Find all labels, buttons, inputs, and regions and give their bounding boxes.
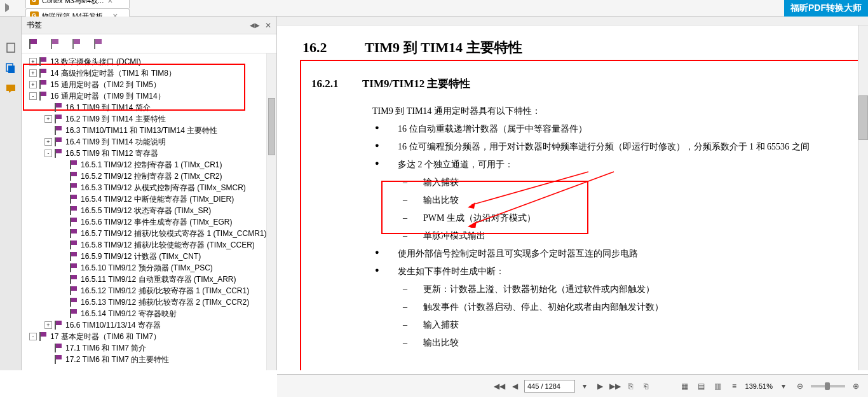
bookmark-label: 17.1 TIM6 和 TIM7 简介 — [65, 342, 146, 354]
comment-panel-icon[interactable] — [4, 81, 18, 95]
zoom-dropdown-icon[interactable]: ▾ — [778, 380, 789, 392]
tree-spacer — [60, 298, 67, 306]
brand-banner[interactable]: 福昕PDF转换大师 — [784, 0, 868, 17]
bookmark-scrollbar[interactable] — [266, 53, 276, 370]
bookmark-item[interactable]: 16.3 TIM10/TIM11 和 TIM13/TIM14 主要特性 — [23, 125, 275, 136]
bookmark-item[interactable]: 16.5.1 TIM9/12 控制寄存器 1 (TIMx_CR1) — [23, 159, 275, 171]
expand-icon[interactable]: + — [29, 69, 37, 77]
pdf-file-icon — [30, 0, 39, 5]
page-scrollbar-thumb[interactable] — [858, 95, 868, 140]
zoom-slider[interactable] — [811, 385, 845, 387]
bookmark-item[interactable]: 16.5.8 TIM9/12 捕获/比较使能寄存器 (TIMx_CCER) — [23, 239, 275, 251]
first-page-icon[interactable]: ◀◀ — [494, 380, 505, 392]
bookmark-panel: 书签 ◀▶ ✕ +13 数字摄像头接口 (DCMI)+14 高级控制定时器（TI… — [22, 17, 277, 370]
bookmark-flag-icon — [55, 103, 62, 112]
zoom-out-icon[interactable]: ⊖ — [794, 380, 806, 392]
bookmark-label: 16 通用定时器（TIM9 到 TIM14） — [50, 90, 165, 102]
bookmark-tree[interactable]: +13 数字摄像头接口 (DCMI)+14 高级控制定时器（TIM1 和 TIM… — [22, 53, 276, 370]
collapse-icon[interactable]: - — [44, 150, 52, 157]
bookmark-label: 16.5 TIM9 和 TIM12 寄存器 — [65, 148, 158, 159]
expand-icon[interactable]: + — [29, 81, 37, 88]
zoom-in-icon[interactable]: ⊕ — [850, 380, 862, 392]
page-number-input[interactable] — [524, 380, 575, 393]
nav-tool-icon-2[interactable]: ⎗ — [640, 380, 651, 392]
bookmark-flag-icon — [39, 80, 47, 89]
dash-item: 输入捕获 — [398, 316, 843, 334]
bookmark-tool-icon-3[interactable] — [94, 39, 103, 49]
bookmark-item[interactable]: +16.4 TIM9 到 TIM14 功能说明 — [23, 136, 275, 148]
bookmark-label: 16.1 TIM9 到 TIM14 简介 — [65, 102, 151, 113]
expand-icon[interactable]: + — [44, 138, 52, 146]
bookmark-item[interactable]: -17 基本定时器（TIM6 和 TIM7） — [23, 331, 275, 342]
next-page-icon[interactable]: ▶ — [594, 380, 606, 392]
bookmark-flag-icon — [70, 172, 78, 181]
page-dropdown-icon[interactable]: ▾ — [579, 380, 590, 392]
bookmark-item[interactable]: -16 通用定时器（TIM9 到 TIM14） — [23, 90, 275, 102]
bookmark-tool-icon[interactable] — [51, 39, 60, 49]
bookmark-flag-icon — [70, 206, 78, 215]
view-mode-icon-4[interactable]: ≡ — [729, 380, 740, 392]
bookmark-item[interactable]: 17.1 TIM6 和 TIM7 简介 — [23, 342, 275, 354]
bookmark-flag-icon — [55, 137, 62, 146]
bookmark-item[interactable]: 17.2 TIM6 和 TIM7 的主要特性 — [23, 354, 275, 365]
bookmark-item[interactable]: 16.5.6 TIM9/12 事件生成寄存器 (TIMx_EGR) — [23, 216, 275, 228]
bookmark-item[interactable]: -16.5 TIM9 和 TIM12 寄存器 — [23, 148, 275, 159]
bookmark-panel-icon[interactable] — [4, 41, 18, 55]
collapse-icon[interactable]: - — [29, 92, 37, 100]
bullet-item: 多达 2 个独立通道，可用于： — [372, 156, 843, 174]
nav-tool-icon-1[interactable]: ⎘ — [625, 380, 636, 392]
bookmark-item[interactable]: 16.5.2 TIM9/12 控制寄存器 2 (TIMx_CR2) — [23, 171, 275, 182]
last-page-icon[interactable]: ▶▶ — [609, 380, 621, 392]
bookmark-item[interactable]: 16.5.10 TIM9/12 预分频器 (TIMx_PSC) — [23, 262, 275, 274]
expand-icon[interactable]: + — [44, 321, 52, 329]
bookmark-flag-icon — [39, 57, 47, 66]
document-tab[interactable]: Cortex M3与M4权...× — [25, 0, 130, 8]
tree-spacer — [60, 287, 67, 295]
bookmark-item[interactable]: 16.5.11 TIM9/12 自动重载寄存器 (TIMx_ARR) — [23, 274, 275, 285]
expand-icon[interactable]: + — [29, 58, 37, 66]
bookmark-item[interactable]: +13 数字摄像头接口 (DCMI) — [23, 56, 275, 67]
bookmark-tool-icon-2[interactable] — [72, 39, 81, 49]
bookmark-flag-icon — [55, 355, 62, 364]
collapse-icon[interactable]: - — [29, 333, 37, 340]
view-mode-icon-2[interactable]: ▤ — [696, 380, 707, 392]
bookmark-flag-icon — [55, 149, 62, 158]
bookmark-flag-icon — [70, 263, 78, 272]
bookmark-item[interactable]: +15 通用定时器（TIM2 到 TIM5） — [23, 79, 275, 90]
bookmark-item[interactable]: 16.5.5 TIM9/12 状态寄存器 (TIMx_SR) — [23, 205, 275, 216]
expand-icon[interactable]: + — [44, 115, 52, 123]
view-mode-icon-1[interactable]: ▦ — [679, 380, 691, 392]
prev-page-icon[interactable]: ◀ — [509, 380, 520, 392]
bookmark-item[interactable]: +16.2 TIM9 到 TIM14 主要特性 — [23, 113, 275, 125]
bookmark-label: 16.5.12 TIM9/12 捕获/比较寄存器 1 (TIMx_CCR1) — [81, 285, 249, 296]
bookmark-flag-icon — [70, 286, 78, 295]
dash-item: PWM 生成（边沿对齐模式） — [398, 209, 843, 227]
view-mode-icon-3[interactable]: ▥ — [712, 380, 724, 392]
panel-close-icon[interactable]: ✕ — [265, 21, 271, 30]
panel-collapse-icon[interactable]: ◀▶ — [250, 22, 260, 29]
bookmark-item[interactable]: 16.5.9 TIM9/12 计数器 (TIMx_CNT) — [23, 251, 275, 262]
bookmark-scrollbar-thumb[interactable] — [268, 98, 275, 155]
bookmark-item[interactable]: 16.5.3 TIM9/12 从模式控制寄存器 (TIMx_SMCR) — [23, 182, 275, 193]
bookmark-item[interactable]: 16.5.7 TIM9/12 捕获/比较模式寄存器 1 (TIMx_CCMR1) — [23, 228, 275, 239]
close-icon[interactable]: × — [107, 0, 112, 5]
svg-rect-2 — [8, 66, 15, 73]
bookmark-item[interactable]: 16.1 TIM9 到 TIM14 简介 — [23, 102, 275, 113]
bookmark-label: 16.5.9 TIM9/12 计数器 (TIMx_CNT) — [81, 251, 201, 262]
bookmark-add-icon[interactable] — [29, 39, 38, 49]
bookmark-item[interactable]: +16.6 TIM10/11/13/14 寄存器 — [23, 319, 275, 331]
page-scrollbar[interactable] — [858, 25, 868, 370]
tree-spacer — [60, 172, 67, 180]
bookmark-label: 16.5.7 TIM9/12 捕获/比较模式寄存器 1 (TIMx_CCMR1) — [81, 228, 267, 239]
bookmark-item[interactable]: 16.5.13 TIM9/12 捕获/比较寄存器 2 (TIMx_CCR2) — [23, 296, 275, 308]
pages-panel-icon[interactable] — [4, 61, 18, 75]
bookmark-label: 16.4 TIM9 到 TIM14 功能说明 — [65, 136, 166, 148]
bookmark-item[interactable]: 16.5.12 TIM9/12 捕获/比较寄存器 1 (TIMx_CCR1) — [23, 285, 275, 296]
tree-spacer — [44, 104, 52, 111]
zoom-slider-thumb[interactable] — [825, 382, 830, 390]
bookmark-item[interactable]: +14 高级控制定时器（TIM1 和 TIM8） — [23, 67, 275, 79]
bookmark-label: 16.5.8 TIM9/12 捕获/比较使能寄存器 (TIMx_CCER) — [81, 239, 255, 251]
tree-spacer — [60, 275, 67, 283]
bookmark-item[interactable]: 16.5.4 TIM9/12 中断使能寄存器 (TIMx_DIER) — [23, 193, 275, 205]
bookmark-item[interactable]: 16.5.14 TIM9/12 寄存器映射 — [23, 308, 275, 319]
